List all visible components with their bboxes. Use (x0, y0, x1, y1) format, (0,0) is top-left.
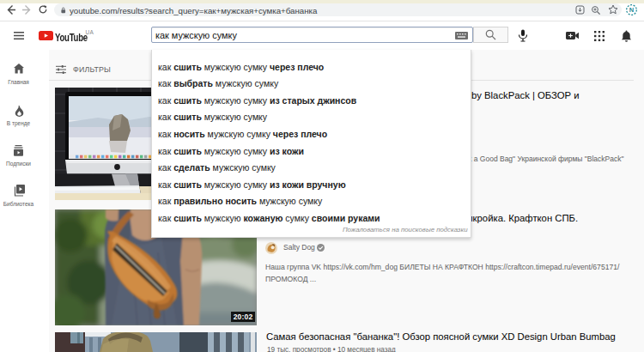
svg-text:N: N (629, 6, 634, 14)
